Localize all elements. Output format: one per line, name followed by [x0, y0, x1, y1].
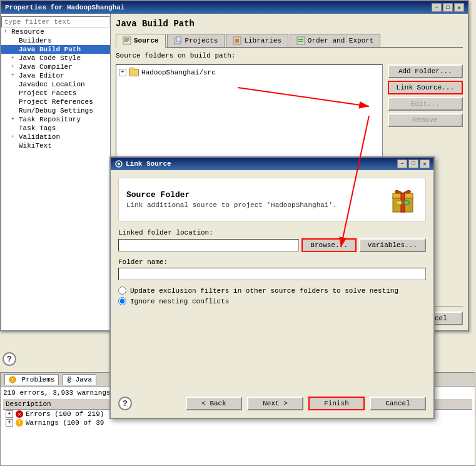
tab-order-export-label: Order and Export: [308, 37, 374, 44]
sidebar-item-project-references[interactable]: Project References: [1, 98, 110, 106]
tree-item-src[interactable]: + HadoopShanghai/src: [119, 68, 380, 78]
sidebar-item-javadoc-location[interactable]: Javadoc Location: [1, 80, 110, 89]
svg-text:!: !: [11, 377, 14, 383]
source-tab-icon: [123, 36, 131, 45]
filter-input[interactable]: [1, 16, 110, 28]
source-label: Source folders on build path:: [116, 52, 463, 59]
radio-update-exclusion-label: Update exclusion filters in other source…: [130, 287, 398, 295]
expand-icon: +: [11, 134, 18, 140]
sidebar-item-label: Builders: [19, 37, 52, 44]
next-button[interactable]: Next >: [247, 397, 303, 410]
sidebar-item-label: Java Build Path: [19, 46, 81, 53]
svg-rect-18: [397, 201, 402, 205]
sidebar-item-label: Java Code Style: [19, 54, 81, 62]
sidebar-item-label: Validation: [19, 133, 60, 141]
edit-button[interactable]: Edit...: [388, 97, 463, 111]
dialog-minimize-button[interactable]: −: [397, 160, 407, 168]
sidebar-item-label: WikiText: [19, 142, 52, 149]
sidebar-item-wikitext[interactable]: WikiText: [1, 141, 110, 150]
help-button[interactable]: ?: [3, 352, 16, 366]
sidebar-item-java-code-style[interactable]: + Java Code Style: [1, 54, 110, 63]
maximize-button[interactable]: □: [443, 3, 453, 12]
radio-update-exclusion-input[interactable]: [118, 286, 126, 295]
sidebar-item-task-tags[interactable]: Task Tags: [1, 124, 110, 133]
dialog-close-button[interactable]: ✕: [420, 160, 430, 168]
link-source-button[interactable]: Link Source...: [388, 81, 463, 94]
panel-title: Java Build Path: [116, 19, 463, 29]
sidebar-item-java-compiler[interactable]: + Java Compiler: [1, 63, 110, 71]
dialog-header-subtitle: Link additional source to project 'Hadoo…: [126, 201, 388, 209]
col-description: Description: [6, 400, 51, 408]
radio-ignore-nesting-label: Ignore nesting conflicts: [130, 298, 229, 305]
radio-update-exclusion[interactable]: Update exclusion filters in other source…: [118, 286, 426, 295]
problems-tab-icon: !: [9, 376, 16, 383]
folder-name-input[interactable]: [118, 268, 426, 280]
sidebar-item-project-facets[interactable]: Project Facets: [1, 89, 110, 98]
dialog-header-text: Source Folder Link additional source to …: [126, 190, 388, 209]
tab-problems[interactable]: ! Problems: [4, 374, 59, 385]
tab-order-export[interactable]: Order and Export: [290, 34, 381, 47]
expand-icon: +: [11, 55, 18, 61]
sidebar-item-validation[interactable]: + Validation: [1, 133, 110, 141]
tabs: Source Projects Librar: [116, 34, 463, 48]
dialog-body: Source Folder Link additional source to …: [111, 170, 433, 319]
gear-icon: [114, 160, 123, 168]
minimize-button[interactable]: −: [432, 3, 442, 12]
warnings-label: Warnings (100 of 39: [26, 419, 104, 427]
linked-folder-input[interactable]: [118, 239, 299, 251]
errors-label: Errors (100 of 219): [26, 410, 104, 418]
tab-libraries[interactable]: Libraries: [226, 34, 288, 47]
expand-warnings-icon[interactable]: +: [6, 419, 13, 427]
order-export-tab-icon: [296, 36, 305, 45]
sidebar-item-task-repository[interactable]: + Task Repository: [1, 115, 110, 124]
dialog-title-buttons: − □ ✕: [397, 160, 430, 168]
tree-expand-icon[interactable]: +: [119, 69, 126, 76]
browse-button[interactable]: Browse...: [301, 238, 356, 252]
dialog-maximize-button[interactable]: □: [408, 160, 418, 168]
link-source-dialog: Link Source − □ ✕ Source Folder Link add…: [109, 156, 435, 419]
back-button[interactable]: < Back: [186, 397, 242, 410]
dialog-help-button[interactable]: ?: [118, 397, 132, 410]
sidebar-item-label: Project Facets: [19, 89, 76, 97]
expand-icon: +: [11, 73, 18, 79]
sidebar-item-java-build-path[interactable]: Java Build Path: [1, 45, 110, 54]
folder-name-group: Folder name:: [118, 258, 426, 280]
radio-ignore-nesting[interactable]: Ignore nesting conflicts: [118, 297, 426, 305]
projects-tab-icon: [174, 36, 183, 45]
dialog-title: Link Source: [126, 160, 171, 168]
warning-icon: !: [16, 419, 23, 427]
sidebar: + Resource Builders Java Build Path + Ja…: [1, 14, 111, 330]
folder-icon: [129, 69, 139, 76]
sidebar-item-label: Project References: [19, 98, 93, 106]
warning-row: + ! Warnings (100 of 39: [3, 418, 472, 427]
sidebar-item-resource[interactable]: + Resource: [1, 28, 110, 36]
cancel-button-dialog[interactable]: Cancel: [370, 397, 426, 410]
radio-ignore-nesting-input[interactable]: [118, 297, 126, 305]
main-window-title: Properties for HadoopShanghai: [5, 4, 124, 11]
variables-button[interactable]: Variables...: [359, 238, 426, 252]
title-bar-buttons: − □ ✕: [432, 3, 464, 12]
close-button[interactable]: ✕: [454, 3, 464, 12]
help-button-container: ?: [3, 352, 16, 366]
expand-icon: +: [11, 116, 18, 123]
finish-button[interactable]: Finish: [308, 397, 365, 410]
dialog-header-title: Source Folder: [126, 190, 388, 200]
tree-item-label: HadoopShanghai/src: [141, 69, 216, 76]
svg-rect-0: [123, 37, 131, 44]
add-folder-button[interactable]: Add Folder...: [388, 64, 463, 78]
expand-errors-icon[interactable]: +: [6, 410, 13, 418]
radio-group: Update exclusion filters in other source…: [118, 286, 426, 305]
sidebar-item-label: Java Compiler: [19, 63, 73, 71]
tab-java[interactable]: @ Java: [63, 374, 96, 385]
tab-projects[interactable]: Projects: [167, 34, 225, 47]
expand-icon: +: [11, 64, 18, 70]
sidebar-item-builders[interactable]: Builders: [1, 36, 110, 45]
tab-source[interactable]: Source: [116, 34, 166, 48]
sidebar-item-java-editor[interactable]: + Java Editor: [1, 71, 110, 80]
sidebar-item-label: Task Repository: [19, 116, 81, 123]
sidebar-item-run-debug-settings[interactable]: Run/Debug Settings: [1, 106, 110, 115]
expand-icon: +: [4, 29, 10, 35]
sidebar-item-label: Javadoc Location: [19, 81, 85, 88]
remove-button[interactable]: Remove: [388, 113, 463, 127]
tab-java-label: @ Java: [67, 376, 92, 383]
